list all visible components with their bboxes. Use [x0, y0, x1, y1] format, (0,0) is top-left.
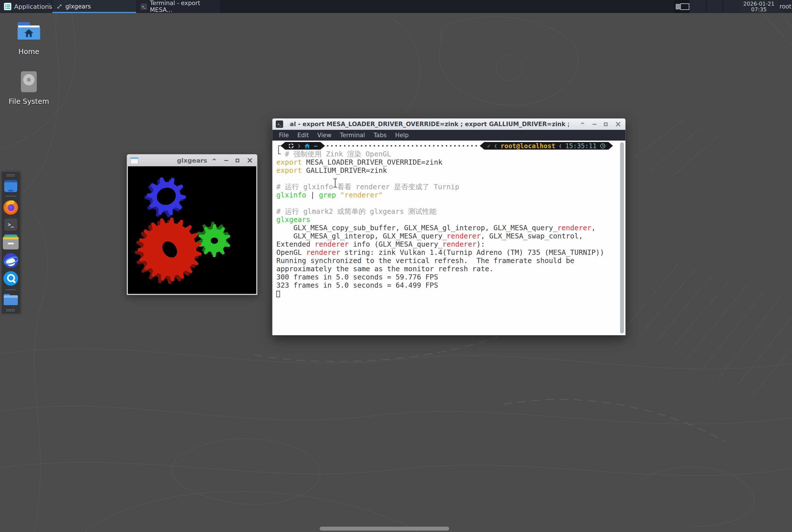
dock-separator	[5, 289, 16, 290]
desktop-icon-label-home[interactable]: Home	[9, 48, 49, 56]
shade-button[interactable]: ^	[580, 121, 585, 128]
menu-edit[interactable]: Edit	[293, 132, 313, 138]
terminal-content[interactable]: ┌ ❯ ~ ✓ ❮ root@localhost ❮ 15:35:11	[272, 140, 625, 335]
resize-arrows-icon	[56, 3, 62, 10]
terminal-line: export GALLIUM_DRIVER=zink	[276, 166, 613, 174]
ibeam-mouse-cursor	[333, 178, 338, 188]
terminal-line: GLX_MESA_gl_interop, GLX_MESA_query_rend…	[276, 232, 613, 240]
clock-time: 07:35	[751, 6, 767, 12]
close-button[interactable]: ×	[615, 120, 621, 128]
prompt-directory: ~	[314, 142, 318, 150]
dock-item-file-archive[interactable]	[3, 234, 19, 250]
desktop-icon-label-file-system[interactable]: File System	[3, 97, 54, 106]
applications-menu-icon	[4, 3, 11, 10]
terminal-line: 300 frames in 5.0 seconds = 59.776 FPS	[276, 273, 613, 281]
glxgears-window: glxgears ^ ×	[127, 154, 258, 295]
taskbar-button-label: glxgears	[65, 3, 91, 10]
clock-icon	[600, 143, 606, 149]
terminal-output: └ # 强制使用 Zink 渲染 OpenGLexport MESA_LOADE…	[276, 150, 613, 298]
home-icon	[304, 143, 310, 149]
desktop-icon-file-system[interactable]	[21, 71, 37, 92]
workspace-switcher[interactable]	[673, 0, 690, 13]
taskbar-button-glxgears[interactable]: glxgears	[52, 0, 136, 13]
dock-item-firefox[interactable]	[3, 200, 18, 215]
terminal-line: Extended renderer info (GLX_MESA_query_r…	[276, 240, 613, 248]
prompt-separator: ❮	[559, 143, 562, 149]
prompt-user-host: root@localhost	[501, 142, 555, 150]
terminal-icon: >_	[276, 120, 283, 128]
house-icon	[24, 29, 34, 37]
top-panel: Applications glxgears >_ Terminal - expo…	[0, 0, 792, 13]
terminal-line: Running synchronized to the vertical ref…	[276, 256, 613, 265]
terminal-line: OpenGL renderer string: zink Vulkan 1.4(…	[276, 248, 613, 256]
distro-logo-icon	[288, 143, 294, 149]
menu-tabs[interactable]: Tabs	[369, 132, 391, 138]
terminal-line: # 运行 glmark2 或简单的 glxgears 测试性能	[276, 207, 613, 215]
terminal-line: glxinfo | grep "renderer"	[276, 191, 613, 199]
dock-item-window-manager[interactable]	[4, 180, 17, 192]
terminal-line	[276, 289, 613, 298]
window-dock-shape	[8, 190, 13, 191]
drive-dot	[27, 78, 31, 82]
panel-separator	[723, 0, 723, 13]
terminal-line: └ # 强制使用 Zink 渲染 OpenGL	[276, 150, 613, 158]
prompt-right-segment: ✓ ❮ root@localhost ❮ 15:35:11	[480, 142, 613, 150]
terminal-icon: >_	[140, 3, 147, 10]
archive-slot	[8, 243, 14, 244]
exit-status-check-icon: ✓	[487, 142, 491, 149]
terminal-line	[276, 199, 613, 207]
taskbar-button-terminal[interactable]: >_ Terminal - export MESA...	[137, 0, 220, 13]
taskbar-button-label: Terminal - export MESA...	[150, 0, 220, 13]
clock-date: 2026-01-21	[743, 1, 774, 6]
prompt-dotted-fill	[325, 142, 479, 150]
dock-separator	[5, 196, 16, 196]
terminal-window: >_ Terminal - export MESA_LOADER_DRIVER_…	[272, 118, 626, 336]
prompt-left-segment: ❯ ~	[281, 142, 325, 150]
dock-grip-handle[interactable]	[6, 174, 15, 176]
minimize-button[interactable]	[592, 124, 597, 125]
terminal-prompt-line: ┌ ❯ ~ ✓ ❮ root@localhost ❮ 15:35:11	[276, 142, 613, 150]
maximize-button[interactable]	[604, 122, 608, 126]
terminal-line: GLX_MESA_copy_sub_buffer, GLX_MESA_gl_in…	[276, 224, 613, 232]
terminal-line: # 运行 glxinfo 看看 renderer 是否变成了 Turnip	[276, 183, 613, 191]
menu-file[interactable]: File	[275, 132, 293, 138]
glxgears-render-area	[128, 166, 256, 294]
menu-view[interactable]: View	[313, 132, 336, 138]
prompt-separator: ❮	[494, 143, 497, 149]
menu-terminal[interactable]: Terminal	[336, 132, 370, 138]
terminal-line: export MESA_LOADER_DRIVER_OVERRIDE=zink	[276, 158, 613, 166]
panel-username: root	[779, 0, 791, 13]
dock-grip-handle[interactable]	[6, 309, 15, 311]
shade-button[interactable]: ^	[212, 157, 217, 165]
archive-body	[3, 239, 19, 249]
panel-clock[interactable]: 2026-01-21 07:35	[739, 0, 779, 13]
prompt-separator: ❯	[298, 143, 301, 149]
dock-item-terminal[interactable]: >_	[4, 218, 18, 231]
terminal-line: glxgears	[276, 215, 613, 224]
prompt-time: 15:35:11	[565, 142, 597, 150]
archive-yellow-bar	[3, 237, 19, 239]
terminal-scrollbar[interactable]	[620, 142, 625, 334]
folder-top	[4, 295, 18, 298]
workspace-window-thumb	[676, 4, 680, 10]
desktop-icon-home[interactable]	[18, 22, 40, 40]
bottom-panel-handle[interactable]	[320, 527, 449, 531]
workspace-current	[680, 3, 689, 10]
window-titlebar-shape	[4, 180, 17, 183]
maximize-button[interactable]	[235, 159, 239, 162]
applications-menu-label: Applications	[14, 3, 52, 10]
terminal-menubar: File Edit View Terminal Tabs Help	[272, 130, 625, 140]
minimize-button[interactable]	[224, 160, 228, 161]
scrollbar-thumb[interactable]	[620, 142, 624, 334]
dock-item-file-manager[interactable]	[4, 294, 18, 305]
close-button[interactable]: ×	[247, 156, 253, 164]
dock-item-web-browser[interactable]	[3, 253, 18, 268]
dock-item-search[interactable]	[3, 271, 18, 286]
terminal-line	[276, 174, 613, 183]
terminal-line: approximately the same as the monitor re…	[276, 265, 613, 273]
panel-separator	[706, 0, 706, 13]
menu-help[interactable]: Help	[391, 132, 413, 138]
terminal-line: 323 frames in 5.0 seconds = 64.499 FPS	[276, 281, 613, 289]
terminal-window-title: Terminal - export MESA_LOADER_DRIVER_OVE…	[289, 118, 569, 130]
gears-graphic	[128, 166, 257, 294]
